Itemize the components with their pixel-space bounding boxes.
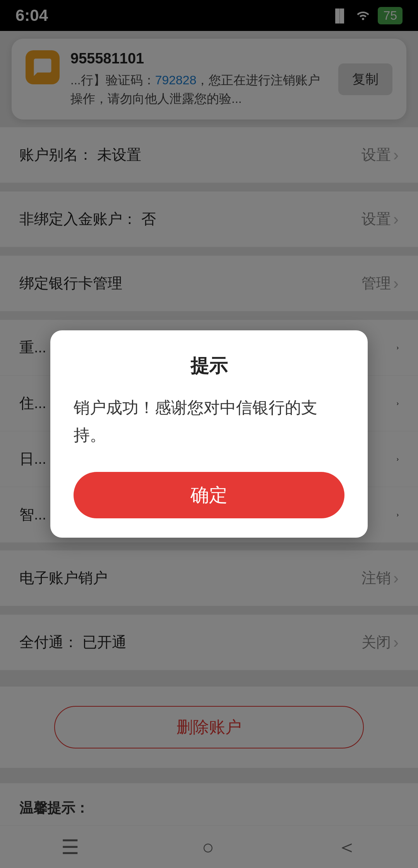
modal-dialog: 提示 销户成功！感谢您对中信银行的支持。 确定	[50, 330, 368, 538]
modal-overlay: 提示 销户成功！感谢您对中信银行的支持。 确定	[0, 0, 418, 868]
modal-title: 提示	[190, 354, 228, 378]
modal-confirm-button[interactable]: 确定	[74, 472, 344, 518]
modal-body: 销户成功！感谢您对中信银行的支持。	[74, 394, 344, 449]
